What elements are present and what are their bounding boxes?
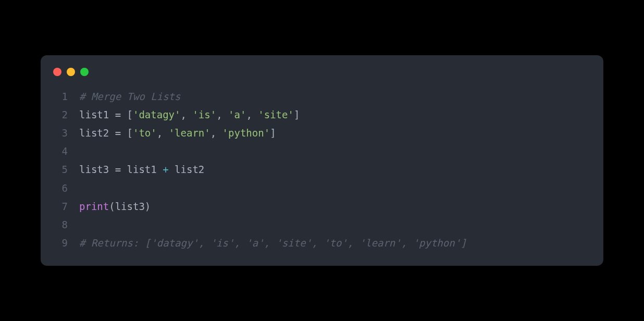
code-line: 5 list3 = list1 + list2 (41, 160, 603, 179)
line-number: 9 (53, 234, 68, 252)
code-line: 1 # Merge Two Lists (41, 88, 603, 106)
code-line: 4 (41, 142, 603, 160)
code-content: list3 = list1 + list2 (79, 160, 204, 179)
comma: , (157, 127, 169, 139)
line-number: 8 (53, 216, 68, 234)
line-number: 2 (53, 106, 68, 124)
argument: list3 (115, 201, 145, 212)
code-area: 1 # Merge Two Lists 2 list1 = ['datagy',… (41, 88, 603, 252)
code-line: 6 (41, 179, 603, 197)
code-content: list2 = ['to', 'learn', 'python'] (79, 124, 276, 142)
line-number: 4 (53, 142, 68, 160)
code-line: 7 print(list3) (41, 197, 603, 216)
comment-text: # Merge Two Lists (79, 91, 180, 102)
string-literal: 'learn' (169, 127, 210, 139)
string-literal: 'to' (133, 127, 157, 139)
paren: ) (145, 201, 151, 212)
variable-name: list2 (175, 164, 204, 175)
string-literal: 'datagy' (133, 109, 181, 120)
function-name: print (79, 201, 109, 212)
maximize-icon[interactable] (80, 68, 89, 76)
traffic-lights (41, 68, 603, 88)
comma: , (181, 109, 193, 120)
code-line: 9 # Returns: ['datagy', 'is', 'a', 'site… (41, 234, 603, 252)
code-window: 1 # Merge Two Lists 2 list1 = ['datagy',… (41, 55, 603, 266)
bracket: ] (294, 109, 300, 120)
code-content: # Merge Two Lists (79, 88, 180, 106)
code-line: 2 list1 = ['datagy', 'is', 'a', 'site'] (41, 106, 603, 124)
operator: + (157, 164, 175, 175)
code-content: # Returns: ['datagy', 'is', 'a', 'site',… (79, 234, 467, 252)
operator: = (109, 164, 127, 175)
comma: , (210, 127, 222, 139)
variable-name: list2 (79, 127, 109, 139)
comma: , (246, 109, 258, 120)
string-literal: 'is' (192, 109, 216, 120)
comment-text: # Returns: ['datagy', 'is', 'a', 'site',… (79, 237, 467, 249)
close-icon[interactable] (53, 68, 61, 76)
string-literal: 'python' (222, 127, 270, 139)
minimize-icon[interactable] (67, 68, 75, 76)
operator: = (109, 127, 127, 139)
code-line: 8 (41, 216, 603, 234)
line-number: 7 (53, 197, 68, 216)
variable-name: list3 (79, 164, 109, 175)
variable-name: list1 (79, 109, 109, 120)
variable-name: list1 (127, 164, 157, 175)
bracket: [ (127, 127, 133, 139)
bracket: ] (270, 127, 276, 139)
comma: , (216, 109, 228, 120)
string-literal: 'site' (258, 109, 294, 120)
line-number: 6 (53, 179, 68, 197)
string-literal: 'a' (228, 109, 246, 120)
code-line: 3 list2 = ['to', 'learn', 'python'] (41, 124, 603, 142)
line-number: 3 (53, 124, 68, 142)
operator: = (109, 109, 127, 120)
code-content: list1 = ['datagy', 'is', 'a', 'site'] (79, 106, 300, 124)
line-number: 5 (53, 160, 68, 179)
line-number: 1 (53, 88, 68, 106)
code-content: print(list3) (79, 197, 151, 216)
bracket: [ (127, 109, 133, 120)
paren: ( (109, 201, 115, 212)
